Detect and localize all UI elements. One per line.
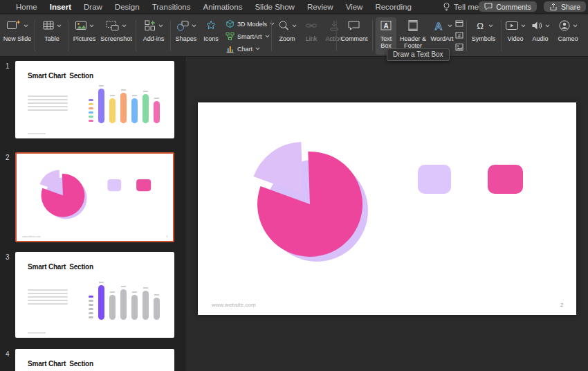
- icons-button[interactable]: Icons: [199, 17, 223, 55]
- chevron-down-icon: [573, 24, 578, 28]
- legend-tick: [89, 300, 93, 302]
- chevron-down-icon: [255, 47, 260, 51]
- tab-view[interactable]: View: [340, 0, 369, 14]
- ribbon-group-divider: [68, 20, 68, 51]
- rounded-rect-lavender[interactable]: [418, 165, 451, 194]
- ribbon-group-divider: [136, 20, 136, 51]
- slide-thumbnail-panel: 1 Smart Chart Section 2 www.website.com …: [0, 57, 185, 371]
- table-icon: [42, 19, 55, 32]
- tab-animations[interactable]: Animations: [197, 0, 249, 14]
- mini-bar: [98, 282, 104, 320]
- mini-bar: [154, 294, 160, 320]
- pictures-button[interactable]: Pictures: [71, 17, 98, 55]
- zoom-button[interactable]: Zoom: [275, 17, 300, 55]
- link-button[interactable]: Link: [302, 17, 320, 55]
- comments-button[interactable]: Comments: [479, 1, 537, 12]
- insert-illustrations-stack: 3D Models SmartArt Chart: [226, 18, 270, 55]
- legend-tick: [89, 120, 93, 122]
- symbols-button[interactable]: Ω Symbols: [469, 17, 498, 55]
- mini-bar: [120, 89, 127, 123]
- ribbon-insert: New Slide Table Pictures Screenshot: [0, 15, 588, 57]
- insert-object-button[interactable]: [454, 42, 465, 52]
- slide-thumbnail-3[interactable]: Smart Chart Section: [15, 252, 174, 338]
- chevron-down-icon: [292, 24, 297, 28]
- mini-bar: [109, 95, 116, 123]
- chevron-down-icon: [158, 24, 163, 28]
- tell-me[interactable]: Tell me: [443, 2, 479, 12]
- placeholder-text-lines: [28, 96, 68, 113]
- chart-icon: [226, 44, 235, 53]
- rounded-rect-pink: [136, 179, 151, 191]
- add-ins-icon: [144, 19, 156, 32]
- legend-tick: [89, 103, 93, 105]
- wordart-icon: A: [432, 19, 445, 32]
- insert-text-mini-buttons: #: [454, 18, 465, 52]
- zoom-icon: [277, 19, 290, 32]
- legend-tick: [89, 312, 93, 314]
- legend-tick: [89, 111, 93, 114]
- screenshot-icon: [106, 19, 120, 32]
- icons-icon: [205, 19, 217, 32]
- thumbnail-slide-title: Smart Chart Section: [28, 72, 93, 80]
- mini-bar: [109, 291, 116, 320]
- mini-bar: [143, 287, 149, 320]
- slide-thumbnail-4[interactable]: Smart Chart Section: [15, 349, 174, 371]
- ribbon-group-divider: [170, 20, 171, 51]
- svg-text:A: A: [383, 22, 388, 30]
- svg-text:#: #: [458, 33, 461, 37]
- mini-slide-artwork: www.website.com 2: [17, 154, 173, 241]
- slide-editing-surface[interactable]: www.website.com 2: [198, 102, 576, 315]
- chart-button[interactable]: Chart: [226, 43, 270, 55]
- add-ins-button[interactable]: Add-ins: [138, 17, 169, 55]
- table-button[interactable]: Table: [37, 17, 66, 55]
- share-button[interactable]: Share: [544, 1, 586, 12]
- 3d-models-button[interactable]: 3D Models: [226, 18, 270, 30]
- tab-transitions[interactable]: Transitions: [146, 0, 197, 14]
- mini-bar: [98, 85, 104, 123]
- chevron-down-icon: [89, 24, 94, 28]
- legend-tick: [89, 308, 93, 310]
- screenshot-button[interactable]: Screenshot: [100, 17, 133, 55]
- mini-chart-legend: [89, 99, 93, 122]
- rounded-rect-lavender: [107, 179, 121, 191]
- header-footer-icon: [407, 19, 419, 32]
- ribbon-group-divider: [336, 20, 337, 51]
- slide-thumbnail-2-selected[interactable]: www.website.com 2: [15, 152, 174, 242]
- tab-review[interactable]: Review: [301, 0, 340, 14]
- slide-canvas-area[interactable]: www.website.com 2: [186, 57, 588, 371]
- chevron-down-icon: [488, 24, 493, 28]
- insert-slide-number-button[interactable]: #: [454, 30, 465, 40]
- legend-tick: [89, 107, 93, 109]
- placeholder-text-lines: [28, 289, 68, 307]
- smartart-button[interactable]: SmartArt: [226, 30, 270, 42]
- tab-design[interactable]: Design: [109, 0, 146, 14]
- smartart-icon: [226, 32, 235, 41]
- chevron-down-icon: [265, 35, 270, 38]
- insert-date-time-button[interactable]: [454, 18, 465, 28]
- comment-button[interactable]: Comment: [340, 17, 369, 55]
- tab-recording[interactable]: Recording: [369, 0, 417, 14]
- legend-tick: [89, 116, 93, 118]
- video-button[interactable]: Video: [504, 17, 527, 55]
- chevron-down-icon: [57, 24, 62, 28]
- slide-number-label: 1: [6, 62, 10, 70]
- action-icon: [328, 19, 340, 32]
- tab-slide-show[interactable]: Slide Show: [248, 0, 301, 14]
- link-icon: [305, 19, 318, 32]
- slide-thumbnail-1[interactable]: Smart Chart Section: [15, 61, 174, 138]
- tab-draw[interactable]: Draw: [77, 0, 109, 14]
- legend-tick: [89, 99, 93, 101]
- tab-insert[interactable]: Insert: [44, 0, 77, 14]
- thumbnail-footer-line: [28, 133, 46, 134]
- tab-home[interactable]: Home: [10, 0, 44, 14]
- cameo-button[interactable]: Cameo: [553, 17, 582, 55]
- thumbnail-slide-title: Smart Chart Section: [28, 360, 93, 368]
- slide-footer-url: www.website.com: [22, 235, 40, 238]
- svg-text:A: A: [435, 20, 443, 32]
- cameo-icon: [558, 19, 571, 32]
- shapes-button[interactable]: Shapes: [173, 17, 199, 55]
- rounded-rect-pink[interactable]: [488, 165, 523, 194]
- audio-button[interactable]: Audio: [529, 17, 552, 55]
- new-slide-button[interactable]: New Slide: [1, 17, 33, 55]
- legend-tick: [89, 316, 93, 318]
